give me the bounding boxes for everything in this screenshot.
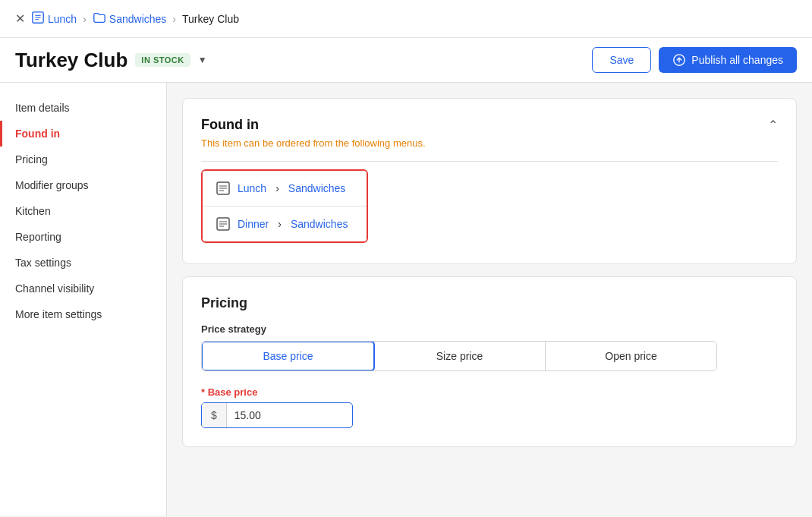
stock-dropdown-arrow[interactable]: ▼ bbox=[198, 55, 207, 65]
found-in-title: Found in bbox=[201, 117, 259, 133]
lunch-menu-icon-list bbox=[215, 180, 231, 197]
lunch-menu-name: Lunch bbox=[238, 182, 266, 194]
found-in-subtitle: This item can be ordered from the follow… bbox=[201, 137, 778, 149]
sidebar-item-kitchen[interactable]: Kitchen bbox=[0, 198, 166, 224]
topbar: ✕ Lunch › Sandwiches › Turkey Club bbox=[0, 0, 812, 38]
strategy-buttons: Base price Size price Open price bbox=[201, 341, 717, 371]
price-input-wrap: $ bbox=[201, 402, 353, 428]
breadcrumb-current: Turkey Club bbox=[182, 13, 239, 25]
save-button[interactable]: Save bbox=[592, 47, 651, 73]
breadcrumb-lunch[interactable]: Lunch bbox=[31, 11, 77, 27]
found-in-card: Found in ⌃ This item can be ordered from… bbox=[182, 98, 797, 264]
pricing-card: Pricing Price strategy Base price Size p… bbox=[182, 276, 797, 447]
currency-symbol: $ bbox=[202, 403, 227, 427]
found-in-sep-2: › bbox=[278, 218, 282, 230]
page-title-wrap: Turkey Club IN STOCK ▼ bbox=[15, 49, 207, 72]
sandwiches-label: Sandwiches bbox=[109, 13, 167, 25]
close-icon[interactable]: ✕ bbox=[15, 11, 25, 26]
breadcrumb-sandwiches[interactable]: Sandwiches bbox=[93, 11, 167, 27]
sidebar-item-pricing[interactable]: Pricing bbox=[0, 147, 166, 172]
base-price-label: * Base price bbox=[201, 386, 778, 398]
strategy-btn-base-price[interactable]: Base price bbox=[201, 341, 375, 371]
collapse-button[interactable]: ⌃ bbox=[768, 118, 778, 132]
dinner-menu-icon-list bbox=[215, 216, 231, 232]
page-header: Turkey Club IN STOCK ▼ Save Publish all … bbox=[0, 38, 812, 83]
required-star: * bbox=[201, 386, 208, 398]
found-in-card-header: Found in ⌃ bbox=[201, 117, 778, 133]
lunch-menu-icon bbox=[31, 11, 45, 27]
sidebar-item-more-item-settings[interactable]: More item settings bbox=[0, 301, 166, 327]
found-in-sep-1: › bbox=[275, 182, 279, 194]
lunch-category-name: Sandwiches bbox=[288, 182, 346, 194]
base-price-input[interactable] bbox=[227, 403, 341, 427]
strategy-label: Price strategy bbox=[201, 323, 778, 335]
sidebar-item-modifier-groups[interactable]: Modifier groups bbox=[0, 172, 166, 198]
lunch-label: Lunch bbox=[48, 13, 77, 25]
pricing-title: Pricing bbox=[201, 295, 778, 311]
sidebar-item-found-in[interactable]: Found in bbox=[0, 121, 166, 147]
strategy-btn-open-price[interactable]: Open price bbox=[546, 342, 716, 370]
publish-label: Publish all changes bbox=[691, 54, 783, 66]
page-title: Turkey Club bbox=[15, 49, 127, 72]
found-in-item-dinner[interactable]: Dinner › Sandwiches bbox=[203, 206, 367, 241]
sidebar: Item details Found in Pricing Modifier g… bbox=[0, 83, 167, 516]
found-in-item-lunch[interactable]: Lunch › Sandwiches bbox=[203, 171, 367, 206]
dinner-category-name: Sandwiches bbox=[291, 218, 348, 230]
sidebar-item-reporting[interactable]: Reporting bbox=[0, 224, 166, 250]
stock-badge: IN STOCK bbox=[135, 53, 190, 67]
main-layout: Item details Found in Pricing Modifier g… bbox=[0, 83, 812, 516]
found-in-divider bbox=[201, 161, 778, 162]
publish-icon bbox=[672, 53, 686, 67]
strategy-btn-size-price[interactable]: Size price bbox=[374, 342, 546, 370]
header-actions: Save Publish all changes bbox=[592, 47, 797, 73]
breadcrumb-sep-1: › bbox=[83, 13, 87, 25]
sandwiches-folder-icon bbox=[93, 11, 106, 27]
sidebar-item-channel-visibility[interactable]: Channel visibility bbox=[0, 276, 166, 301]
main-content: Found in ⌃ This item can be ordered from… bbox=[167, 83, 812, 516]
breadcrumb-sep-2: › bbox=[172, 13, 176, 25]
found-in-list: Lunch › Sandwiches Dinner › bbox=[201, 169, 368, 243]
dinner-menu-name: Dinner bbox=[238, 218, 269, 230]
sidebar-item-item-details[interactable]: Item details bbox=[0, 95, 166, 121]
sidebar-item-tax-settings[interactable]: Tax settings bbox=[0, 250, 166, 276]
publish-button[interactable]: Publish all changes bbox=[659, 47, 797, 73]
